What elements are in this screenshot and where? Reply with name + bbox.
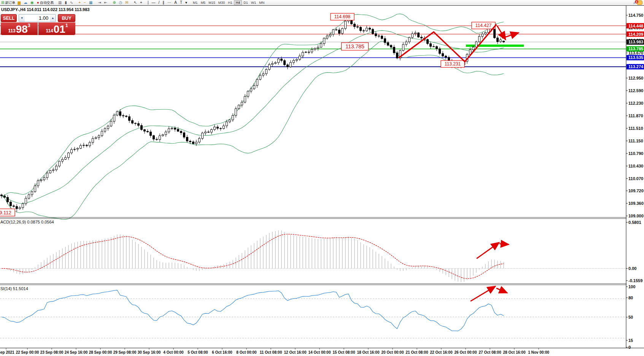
svg-text:22 Sep 00:00: 22 Sep 00:00 [16, 350, 39, 354]
timeframe-button-mn[interactable]: MN [258, 1, 266, 5]
one-click-trading-panel: SELL ▼ ▲ BUY 113 98 3 114 01 1 [1, 14, 75, 35]
timeframe-button-h1[interactable]: H1 [226, 1, 234, 5]
main-toolbar: ⊞新订单▆☁◉●自动交易▥▮∿+−▦⇥⇤⊕◷✉↖+|—/∥⋯AT▾ M1M5M1… [0, 0, 644, 6]
timeframe-button-m5[interactable]: M5 [199, 1, 207, 5]
svg-text:110.430: 110.430 [628, 164, 643, 168]
text-label-icon: T [180, 1, 182, 5]
timeframe-toolbar: M1M5M15M30H1H4D1W1MN [191, 0, 266, 5]
sell-button[interactable]: SELL [1, 14, 17, 22]
timeframe-button-w1[interactable]: W1 [250, 1, 258, 5]
svg-text:110.790: 110.790 [628, 151, 643, 156]
svg-text:0: 0 [628, 345, 631, 350]
shapes-icon[interactable]: ▾ [184, 0, 189, 5]
chart-title: USDJPY-,H4 114.011 114.022 113.954 113.9… [1, 7, 89, 12]
templates-icon: ✉ [125, 1, 128, 5]
svg-text:8 Oct 00:00: 8 Oct 00:00 [236, 350, 257, 354]
ask-prefix: 114 [46, 28, 53, 34]
cursor-icon[interactable]: ↖ [133, 0, 139, 5]
sounds-icon[interactable]: ◉ [29, 0, 36, 5]
svg-text:4 Oct 00:00: 4 Oct 00:00 [163, 350, 184, 354]
trendline-icon[interactable]: / [157, 0, 162, 5]
new-order-button: ⊞ [1, 1, 4, 5]
buy-button[interactable]: BUY [58, 14, 75, 22]
text-label-icon[interactable]: T [179, 0, 184, 5]
autotrade-button[interactable]: ●自动交易 [36, 0, 55, 5]
bid-prefix: 113 [8, 28, 15, 34]
svg-text:111.150: 111.150 [628, 139, 643, 143]
zoom-in-icon: + [78, 1, 81, 5]
svg-text:27 Oct 08:00: 27 Oct 08:00 [479, 350, 501, 354]
rsi-indicator-label: SI(14) 51.5014 [0, 286, 28, 291]
shapes-icon: ▾ [185, 1, 187, 5]
svg-text:111.510: 111.510 [628, 126, 643, 131]
line-chart-icon[interactable]: ∿ [69, 0, 75, 5]
zoom-out-icon: − [84, 1, 86, 5]
zoom-in-icon[interactable]: + [77, 0, 83, 5]
text-icon[interactable]: A [173, 0, 179, 5]
svg-text:0.5801: 0.5801 [628, 220, 641, 225]
channel-icon: ∥ [162, 1, 164, 5]
timeframe-button-d1[interactable]: D1 [242, 1, 250, 5]
svg-text:109.720: 109.720 [628, 188, 644, 193]
community-icon[interactable]: ☁ [22, 0, 29, 5]
svg-text:80: 80 [628, 295, 633, 300]
tile-windows-icon: ▦ [89, 1, 92, 5]
fibonacci-icon[interactable]: ⋯ [166, 0, 173, 5]
svg-text:109.000: 109.000 [628, 214, 644, 218]
community-icon: ☁ [24, 1, 27, 5]
autotrade-button-label: 自动交易 [40, 0, 54, 5]
svg-text:5 Oct 08:00: 5 Oct 08:00 [188, 350, 208, 354]
svg-text:20 Oct 00:00: 20 Oct 00:00 [382, 350, 404, 354]
ask-price-panel[interactable]: 114 01 1 [38, 22, 75, 35]
svg-text:113.785: 113.785 [345, 43, 364, 49]
crosshair-icon[interactable]: + [139, 0, 144, 5]
bid-price-panel[interactable]: 113 98 3 [1, 22, 38, 35]
horizontal-line-icon[interactable]: — [151, 0, 157, 5]
macd-indicator-label: ACD(12,26,9) 0.0875 0.0564 [0, 220, 54, 224]
svg-text:112.230: 112.230 [628, 101, 643, 105]
channel-icon[interactable]: ∥ [161, 0, 166, 5]
bid-pipette: 3 [28, 23, 30, 28]
bar-chart-icon[interactable]: ▥ [57, 0, 64, 5]
svg-text:114.448: 114.448 [628, 24, 643, 28]
svg-text:Sep 2021: Sep 2021 [0, 350, 14, 354]
volume-decrease-button[interactable]: ▼ [19, 14, 25, 22]
auto-scroll-icon[interactable]: ⇥ [97, 0, 103, 5]
periods-icon[interactable]: ◷ [118, 0, 124, 5]
new-order-button-label: 新订单 [5, 0, 15, 5]
timeframe-button-m30[interactable]: M30 [217, 1, 227, 5]
svg-text:50: 50 [628, 315, 633, 319]
gold-icon[interactable]: ▆ [16, 0, 22, 5]
chart-canvas[interactable]: 114.698114.427113.785113.2319.112114.750… [0, 0, 644, 356]
timeframe-button-m1[interactable]: M1 [191, 1, 199, 5]
volume-input[interactable] [25, 14, 50, 22]
add-indicator-icon[interactable]: ⊕ [111, 0, 118, 5]
text-icon: A [174, 1, 177, 5]
svg-text:114.698: 114.698 [334, 14, 351, 19]
zoom-out-icon[interactable]: − [83, 0, 88, 5]
vertical-line-icon[interactable]: | [146, 0, 151, 5]
volume-increase-button[interactable]: ▲ [50, 14, 56, 22]
candle-chart-icon[interactable]: ▮ [64, 0, 69, 5]
line-chart-icon: ∿ [70, 1, 73, 5]
timeframe-button-h4[interactable]: H4 [234, 0, 242, 5]
chart-shift-icon[interactable]: ⇤ [103, 0, 109, 5]
support-zone-highlight [466, 45, 524, 47]
svg-text:100: 100 [628, 284, 635, 289]
svg-text:21 Oct 08:00: 21 Oct 08:00 [406, 350, 428, 354]
toolbar-buttons: ⊞新订单▆☁◉●自动交易▥▮∿+−▦⇥⇤⊕◷✉↖+|—/∥⋯AT▾ [0, 0, 191, 5]
svg-text:110.070: 110.070 [628, 176, 643, 181]
templates-icon[interactable]: ✉ [124, 0, 130, 5]
price-axis[interactable]: 114.750114.390114.030113.670113.310112.9… [626, 5, 644, 350]
ask-big-digits: 01 [54, 24, 65, 34]
mt4-terminal: ⊞新订单▆☁◉●自动交易▥▮∿+−▦⇥⇤⊕◷✉↖+|—/∥⋯AT▾ M1M5M1… [0, 0, 644, 356]
new-order-button[interactable]: ⊞新订单 [0, 0, 16, 5]
chat-bubble-icon[interactable]: 1 [637, 0, 642, 5]
svg-text:15: 15 [628, 338, 633, 343]
tile-windows-icon[interactable]: ▦ [88, 0, 94, 5]
timeframe-button-m15[interactable]: M15 [207, 1, 217, 5]
bid-big-digits: 98 [16, 24, 28, 34]
bar-chart-icon: ▥ [58, 1, 62, 5]
svg-text:114.750: 114.750 [628, 13, 643, 18]
svg-text:11 Oct 08:00: 11 Oct 08:00 [260, 350, 282, 354]
